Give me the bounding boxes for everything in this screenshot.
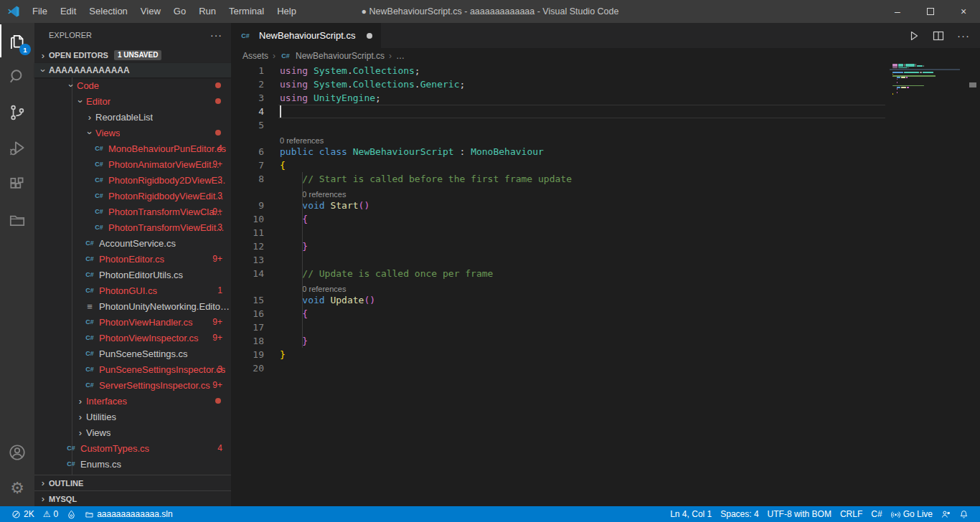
code-line-19[interactable]: 19} [231, 348, 980, 361]
code-editor[interactable]: 1using System.Collections;2using System.… [231, 64, 980, 506]
tree-item-photontransformviewedit-[interactable]: C#PhotonTransformViewEdit...3 [34, 219, 231, 235]
menu-selection[interactable]: Selection [83, 0, 133, 23]
tree-item-enums-cs[interactable]: C#Enums.cs [34, 456, 231, 472]
outline-section[interactable]: › OUTLINE [34, 475, 231, 490]
menu-go[interactable]: Go [167, 0, 192, 23]
activitybar-run-debug[interactable] [0, 130, 34, 166]
code-line-15[interactable]: 15 void Update() [231, 293, 980, 307]
breadcrumb-symbol[interactable]: … [396, 51, 405, 61]
tree-item-photontransformviewcla-[interactable]: C#PhotonTransformViewCla...9+ [34, 204, 231, 219]
activitybar-search[interactable] [0, 59, 34, 95]
codelens[interactable]: 0 references [231, 132, 980, 145]
tree-item-code[interactable]: ›Code [34, 77, 231, 93]
status-spaces-4[interactable]: Spaces: 4 [716, 506, 763, 522]
activitybar-account[interactable] [0, 435, 34, 470]
status-feedback[interactable] [937, 506, 955, 522]
problem-count-badge: 4 [217, 443, 222, 453]
code-line-7[interactable]: 7{ [231, 158, 980, 172]
tree-item-serversettingsinspector-cs[interactable]: C#ServerSettingsInspector.cs9+ [34, 377, 231, 393]
code-line-6[interactable]: 6public class NewBehaviourScript : MonoB… [231, 145, 980, 158]
explorer-more-icon[interactable]: ··· [210, 29, 222, 41]
code-line-14[interactable]: 14 // Update is called once per frame [231, 267, 980, 280]
code-line-10[interactable]: 10 { [231, 212, 980, 226]
codelens[interactable]: 0 references [231, 280, 980, 293]
code-line-17[interactable]: 17 [231, 321, 980, 334]
code-line-11[interactable]: 11 [231, 226, 980, 239]
activitybar-source-control[interactable] [0, 95, 34, 130]
chevron-right-icon: › [389, 51, 392, 61]
menu-help[interactable]: Help [270, 0, 303, 23]
tree-item-punscenesettings-cs[interactable]: C#PunSceneSettings.cs [34, 346, 231, 361]
line-number: 13 [231, 255, 264, 265]
breadcrumb-assets[interactable]: Assets [242, 51, 268, 61]
code-line-8[interactable]: 8 // Start is called before the first fr… [231, 172, 980, 186]
tree-item-photonviewhandler-cs[interactable]: C#PhotonViewHandler.cs9+ [34, 314, 231, 330]
status-warning[interactable]: ⚠0 [39, 506, 62, 522]
activitybar-explorer[interactable]: 1 [0, 23, 34, 59]
activitybar-extensions[interactable] [0, 166, 34, 202]
tree-item-photonrigidbodyviewedit-[interactable]: C#PhotonRigidbodyViewEdit...3 [34, 188, 231, 204]
project-root-folder[interactable]: › AAAAAAAAAAAAA [34, 63, 231, 77]
tree-item-interfaces[interactable]: ›Interfaces [34, 393, 231, 409]
tree-item-views[interactable]: ›Views [34, 125, 231, 141]
breadcrumb-file[interactable]: NewBehaviourScript.cs [296, 51, 385, 61]
activitybar-settings[interactable]: ⚙ [0, 470, 34, 506]
status-ln-4-col-1[interactable]: Ln 4, Col 1 [666, 506, 716, 522]
tree-item-reordablelist[interactable]: ›ReordableList [34, 109, 231, 125]
tab-newbehaviourscript[interactable]: C# NewBehaviourScript.cs [231, 23, 381, 48]
menu-file[interactable]: File [26, 0, 54, 23]
status-folder[interactable]: aaaaaaaaaaaaa.sln [80, 506, 176, 522]
tree-item-utilities[interactable]: ›Utilities [34, 409, 231, 424]
code-line-2[interactable]: 2using System.Collections.Generic; [231, 77, 980, 91]
status-bell[interactable] [955, 506, 973, 522]
open-editors-section[interactable]: › OPEN EDITORS 1 UNSAVED [34, 47, 231, 63]
code-line-18[interactable]: 18 } [231, 334, 980, 348]
tree-item-photonunitynetworking-editor-a-[interactable]: ≡PhotonUnityNetworking.Editor.a... [34, 298, 231, 314]
tree-item-editor[interactable]: ›Editor [34, 93, 231, 109]
tree-item-punscenesettingsinspector-cs[interactable]: C#PunSceneSettingsInspector.cs3 [34, 361, 231, 377]
tree-item-monobehaviourpuneditor-cs[interactable]: C#MonoBehaviourPunEditor.cs4 [34, 141, 231, 156]
tree-item-customtypes-cs[interactable]: C#CustomTypes.cs4 [34, 440, 231, 456]
status-broadcast[interactable]: Go Live [887, 506, 937, 522]
code-line-4[interactable]: 4 [231, 105, 980, 118]
problem-count-badge: 9+ [212, 317, 222, 327]
menu-run[interactable]: Run [192, 0, 222, 23]
minimize-button[interactable]: – [881, 0, 914, 23]
status-c-[interactable]: C# [867, 506, 886, 522]
status-error[interactable]: 2K [7, 506, 39, 522]
code-line-13[interactable]: 13 [231, 253, 980, 267]
menu-view[interactable]: View [134, 0, 167, 23]
more-actions-button[interactable]: ··· [957, 29, 970, 42]
split-editor-button[interactable] [933, 30, 944, 42]
tree-item-photonrigidbody2dviewe-[interactable]: C#PhotonRigidbody2DViewE...3 [34, 172, 231, 188]
tree-item-photonanimatorviewedit-[interactable]: C#PhotonAnimatorViewEdit...9+ [34, 156, 231, 172]
code-line-1[interactable]: 1using System.Collections; [231, 64, 980, 77]
tree-item-photonviewinspector-cs[interactable]: C#PhotonViewInspector.cs9+ [34, 330, 231, 346]
tree-item-accountservice-cs[interactable]: C#AccountService.cs [34, 235, 231, 251]
status-flame[interactable] [62, 506, 80, 522]
code-line-12[interactable]: 12 } [231, 239, 980, 253]
tree-item-views[interactable]: ›Views [34, 424, 231, 440]
activitybar-project-folder[interactable] [0, 202, 34, 238]
mysql-section[interactable]: › MYSQL [34, 490, 231, 506]
modified-dot-icon[interactable] [367, 33, 372, 39]
code-line-5[interactable]: 5 [231, 118, 980, 132]
close-button[interactable]: × [947, 0, 980, 23]
codelens[interactable]: 0 references [231, 186, 980, 199]
minimap[interactable] [890, 64, 960, 97]
vscode-logo-icon [7, 5, 20, 18]
problem-count-badge: 9+ [212, 159, 222, 169]
tree-item-photoneditorutils-cs[interactable]: C#PhotonEditorUtils.cs [34, 267, 231, 283]
menu-edit[interactable]: Edit [54, 0, 83, 23]
status-crlf[interactable]: CRLF [836, 506, 867, 522]
status-utf-8-with-bom[interactable]: UTF-8 with BOM [763, 506, 836, 522]
code-line-9[interactable]: 9 void Start() [231, 199, 980, 212]
run-button[interactable] [908, 30, 920, 42]
tree-item-photongui-cs[interactable]: C#PhotonGUI.cs1 [34, 283, 231, 298]
maximize-button[interactable] [914, 0, 947, 23]
code-line-20[interactable]: 20 [231, 361, 980, 375]
code-line-3[interactable]: 3using UnityEngine; [231, 91, 980, 105]
code-line-16[interactable]: 16 { [231, 307, 980, 321]
menu-terminal[interactable]: Terminal [222, 0, 270, 23]
tree-item-photoneditor-cs[interactable]: C#PhotonEditor.cs9+ [34, 251, 231, 267]
